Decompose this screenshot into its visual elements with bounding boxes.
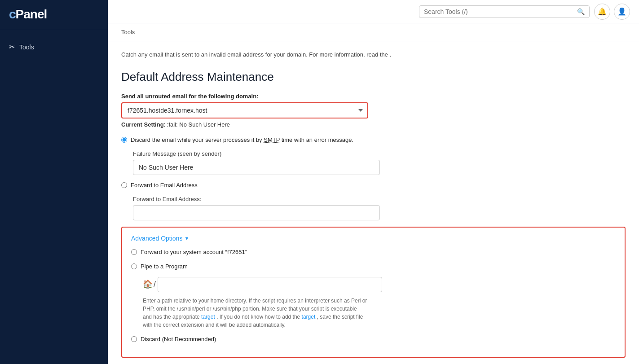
current-setting: Current Setting: :fail: No Such User Her…: [121, 121, 626, 128]
pipe-help-text: Enter a path relative to your home direc…: [143, 297, 367, 329]
home-slash: /: [154, 280, 156, 289]
search-input[interactable]: [424, 8, 577, 15]
domain-label: Send all unrouted email for the followin…: [121, 93, 626, 100]
discard-radio[interactable]: [121, 137, 127, 143]
breadcrumb: Tools: [108, 23, 639, 41]
failure-message-label: Failure Message (seen by sender): [133, 150, 626, 157]
cpanel-logo: cPanel: [9, 7, 99, 22]
sidebar-logo: cPanel: [0, 0, 108, 29]
main: 🔍 🔔 👤 Tools Catch any email that is sent…: [108, 0, 639, 364]
sidebar-item-tools[interactable]: ✂ Tools: [0, 38, 108, 56]
pipe-target-link2[interactable]: target: [302, 314, 316, 320]
topbar-icons: 🔔 👤: [594, 4, 630, 20]
user-icon: 👤: [617, 7, 626, 16]
domain-select[interactable]: f72651.hostde31.fornex.host: [121, 102, 368, 118]
failure-message-input[interactable]: [133, 160, 380, 175]
pipe-label[interactable]: Pipe to a Program: [141, 263, 188, 271]
home-icon: 🏠/: [143, 279, 156, 289]
sidebar-item-label: Tools: [19, 44, 34, 51]
pipe-target-link1[interactable]: target: [201, 314, 215, 320]
pipe-input-wrapper: 🏠/ Enter a path relative to your home di…: [143, 277, 616, 329]
pipe-radio[interactable]: [131, 263, 137, 269]
page-title: Default Address Maintenance: [121, 70, 626, 84]
forward-email-label[interactable]: Forward to Email Address: [131, 181, 198, 189]
user-icon-btn[interactable]: 👤: [614, 4, 630, 20]
advanced-options-label: Advanced Options: [131, 235, 182, 242]
discard-not-rec-option: Discard (Not Recommended): [131, 335, 616, 343]
discard-not-rec-radio[interactable]: [131, 336, 137, 342]
forward-email-input[interactable]: [133, 205, 380, 220]
advanced-toggle[interactable]: Advanced Options ▼: [131, 235, 189, 242]
chevron-down-icon: ▼: [184, 236, 189, 241]
pipe-option: Pipe to a Program: [131, 263, 616, 271]
search-icon: 🔍: [577, 8, 585, 15]
info-bar: Catch any email that is sent to an inval…: [121, 50, 626, 59]
notifications-icon-btn[interactable]: 🔔: [594, 4, 610, 20]
forward-sub-label: Forward to Email Address:: [133, 196, 626, 202]
smtp-text: SMTP: [264, 136, 280, 143]
discard-not-rec-label[interactable]: Discard (Not Recommended): [141, 335, 216, 343]
topbar: 🔍 🔔 👤: [108, 0, 639, 23]
sidebar: cPanel ✂ Tools: [0, 0, 108, 364]
pipe-program-input[interactable]: [158, 277, 382, 292]
info-text: Catch any email that is sent to an inval…: [121, 51, 388, 58]
forward-system-radio[interactable]: [131, 249, 137, 255]
content: Tools Catch any email that is sent to an…: [108, 23, 639, 364]
content-inner: Catch any email that is sent to an inval…: [108, 41, 639, 364]
breadcrumb-tools: Tools: [121, 29, 135, 35]
pipe-help-part2: . If you do not know how to add the: [216, 314, 300, 320]
forward-email-option: Forward to Email Address: [121, 181, 626, 189]
current-setting-label: Current Setting: [121, 121, 164, 128]
discard-label[interactable]: Discard the email while your server proc…: [131, 136, 353, 144]
forward-email-group: Forward to Email Address:: [133, 196, 626, 220]
forward-system-option: Forward to your system account “f72651”: [131, 248, 616, 256]
forward-email-radio[interactable]: [121, 182, 127, 188]
domain-form-group: Send all unrouted email for the followin…: [121, 93, 626, 128]
forward-system-label[interactable]: Forward to your system account “f72651”: [141, 248, 247, 256]
sidebar-nav: ✂ Tools: [0, 29, 108, 65]
bell-icon: 🔔: [598, 7, 607, 16]
current-setting-value: :fail: No Such User Here: [167, 121, 230, 128]
search-bar-container: 🔍: [419, 5, 590, 18]
discard-option: Discard the email while your server proc…: [121, 136, 626, 144]
tools-icon: ✂: [9, 43, 15, 51]
failure-message-group: Failure Message (seen by sender): [133, 150, 626, 175]
advanced-options-box: Advanced Options ▼ Forward to your syste…: [121, 227, 626, 358]
